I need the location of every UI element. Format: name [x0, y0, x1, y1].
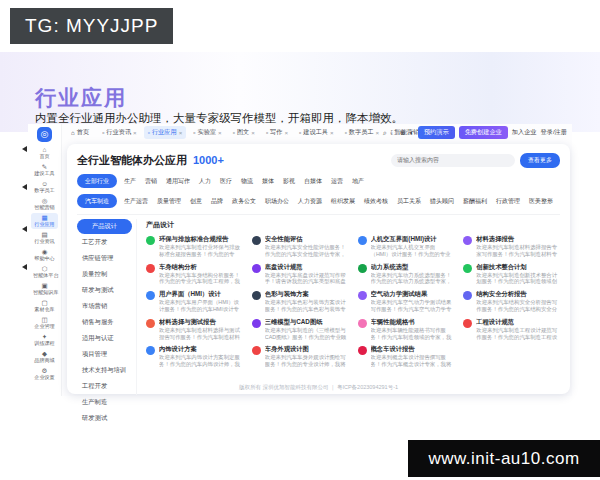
agent-card[interactable]: 材料选择与测试报告 欢迎来到汽车制造材料选择与测试报告写作服务！作为汽车制造材料… — [146, 318, 243, 341]
app-logo-icon[interactable]: ◎ — [37, 127, 52, 142]
browser-tab[interactable]: ▫ 行业资讯 × — [98, 126, 141, 139]
browser-tab[interactable]: ▫ 写作 × — [262, 126, 292, 139]
tab-close-icon[interactable]: × — [330, 129, 334, 136]
sidebar-item-brand[interactable]: ◆ 品牌商城 — [31, 349, 58, 365]
category-filter-pill[interactable]: 创意 — [188, 195, 204, 208]
sidebar-item-agent-platform[interactable]: ⬡ 智能体平台 — [31, 264, 58, 280]
tab-close-icon[interactable]: × — [251, 129, 255, 136]
sidebar-item-assets[interactable]: ▢ 素材仓库 — [31, 298, 58, 314]
category-filter-pill[interactable]: 汽车制造 — [77, 194, 117, 208]
browser-tab[interactable]: ▫ 图文 × — [229, 126, 259, 139]
category-filter-pill[interactable]: 员工关系 — [395, 195, 423, 208]
agent-card-text: 创新技术整合计划 欢迎来到汽车制造创新技术整合计划服务！作为您的汽车制造领域创新… — [476, 263, 560, 286]
inner-sidebar-item[interactable]: 市场营销 — [77, 299, 132, 314]
search-icon[interactable]: ⌕ — [383, 129, 387, 137]
category-filter-pill[interactable]: 生产运营 — [122, 195, 150, 208]
agent-card[interactable]: 车身外观设计图 欢迎来到汽车车身外观设计图绘写服务！作为您的专业设计师，我将帮您… — [252, 345, 349, 368]
industry-filter-pill[interactable]: 地产 — [350, 175, 366, 188]
agent-card[interactable]: 人机交互界面(HMI)设计 欢迎来到汽车人机交互界面（HMI）设计服务！作为您的… — [358, 235, 455, 258]
agent-card[interactable]: 工程设计规范 欢迎来到汽车制造工程设计规范写作服务！作为您的汽车制造工程设计专家… — [463, 318, 560, 341]
industry-filter-pill[interactable]: 全部行业 — [77, 174, 117, 188]
category-filter-pill[interactable]: 品牌 — [209, 195, 225, 208]
category-filter-pill[interactable]: 人力资源 — [296, 195, 324, 208]
category-filter-pill[interactable]: 政务公文 — [230, 195, 258, 208]
inner-sidebar-item[interactable]: 研发与测试 — [77, 283, 132, 298]
browser-tab[interactable]: ⌂ 首页 — [67, 126, 95, 139]
view-more-button[interactable]: 查看更多 — [520, 153, 560, 168]
agent-card[interactable]: 用户界面（HMI）设计 欢迎来到汽车用户界面（HMI）设计服务！作为您的汽车HM… — [146, 290, 243, 313]
inner-sidebar-item[interactable]: 供应链管理 — [77, 251, 132, 266]
industry-filter-pill[interactable]: 物流 — [239, 175, 255, 188]
agent-card[interactable]: 动力系统选型 欢迎来到汽车动力系统选型服务！作为您的汽车动力系统选型专家，我将帮… — [358, 263, 455, 286]
inner-sidebar-item[interactable]: 研发测试 — [77, 411, 132, 426]
category-filter-pill[interactable]: 绩效考核 — [362, 195, 390, 208]
industry-filter-pill[interactable]: 影视 — [281, 175, 297, 188]
sidebar-item-staff[interactable]: ☺ 数字员工 — [31, 179, 58, 195]
agent-card[interactable]: 创新技术整合计划 欢迎来到汽车制造创新技术整合计划服务！作为您的汽车制造领域创新… — [463, 263, 560, 286]
agent-card[interactable]: 车身结构分析 欢迎来到汽车车身结构分析服务！作为您的专业汽车制造工程师，我将为您… — [146, 263, 243, 286]
inner-sidebar-item[interactable]: 销售与服务 — [77, 315, 132, 330]
category-filter-pill[interactable]: 医美整形 — [527, 195, 555, 208]
demo-button[interactable]: 预约演示 — [418, 126, 455, 139]
industry-filter-pill[interactable]: 人力 — [197, 175, 213, 188]
agent-card[interactable]: 材料选择报告 欢迎来到汽车制造材料选择报告专家写作服务！作为汽车制造材料专家，我… — [463, 235, 560, 258]
sidebar-item-industry-news[interactable]: ▤ 行业资讯 — [31, 230, 58, 246]
browser-tab[interactable]: ▫ 数字员工 × — [341, 126, 384, 139]
agent-card[interactable]: 概念车设计报告 欢迎来到概念车设计报告撰写服务！作为汽车概念设计专家，我将带您走… — [358, 345, 455, 368]
category-filter-pill[interactable]: 职场办公 — [263, 195, 291, 208]
agent-card-text: 内饰设计方案 欢迎来到汽车内饰设计方案制定服务！作为您的汽车内饰设计师，我将为您… — [159, 345, 243, 368]
inner-sidebar-item[interactable]: 工艺开发 — [77, 235, 132, 250]
globe-icon[interactable]: ⊕ — [400, 129, 406, 137]
tab-close-icon[interactable]: × — [376, 129, 380, 136]
industry-filter-pill[interactable]: 自媒体 — [302, 175, 324, 188]
agent-card[interactable]: 空气动力学测试结果 欢迎来到汽车空气动力学测试结果写作服务！作为汽车空气动力学专… — [358, 290, 455, 313]
create-enterprise-button[interactable]: 免费创建企业 — [459, 126, 508, 139]
industry-filter-pill[interactable]: 营销 — [143, 175, 159, 188]
inner-sidebar-item[interactable]: 适用与认证 — [77, 331, 132, 346]
agent-card[interactable]: 安全性能评估 欢迎来到汽车安全性能评估服务！作为您的汽车安全性能评估专家，将为您… — [252, 235, 349, 258]
inner-sidebar-item[interactable]: 产品设计 — [77, 219, 132, 234]
category-filter-pill[interactable]: 组织发展 — [329, 195, 357, 208]
agent-card[interactable]: 结构安全分析报告 欢迎来到汽车结构安全分析报告写作服务！作为您的汽车结构安全分析… — [463, 290, 560, 313]
agent-card[interactable]: 车辆性能规格书 欢迎来到车辆性能规格书写作服务！作为汽车制造领域的专家，我将帮助… — [358, 318, 455, 341]
category-filter-pill[interactable]: 行政管理 — [494, 195, 522, 208]
browser-tab[interactable]: ▫ 实验室 × — [189, 126, 225, 139]
industry-filter-pill[interactable]: 生产 — [122, 175, 138, 188]
sidebar-item-tools[interactable]: ✎ 建设工具 — [31, 162, 58, 178]
sidebar-item-marketing[interactable]: ◎ 智能营销 — [31, 196, 58, 212]
category-filter-pill[interactable]: 猎头顾问 — [428, 195, 456, 208]
tab-close-icon[interactable]: × — [133, 129, 137, 136]
agent-card[interactable]: 底盘设计规范 欢迎来到汽车底盘设计规范写作帮手！请告诉我您的汽车类型和底盘设计的… — [252, 263, 349, 286]
agent-card[interactable]: 三维模型与CAD图纸 欢迎来到汽车制造的《三维模型与CAD图纸》服务！作为您的专… — [252, 318, 349, 341]
inner-sidebar-item[interactable]: 质量控制 — [77, 267, 132, 282]
search-input[interactable] — [391, 154, 515, 167]
sidebar-item-industry-apps[interactable]: ▦ 行业应用 — [31, 213, 58, 229]
sidebar-item-settings[interactable]: ⚙ 企业设置 — [31, 366, 58, 382]
industry-filter-pill[interactable]: 医疗 — [218, 175, 234, 188]
fullscreen-icon[interactable]: ⛶ — [391, 129, 396, 137]
browser-tab[interactable]: ▫ 行业应用 × — [144, 126, 187, 139]
category-filter-pill[interactable]: 薪酬福利 — [461, 195, 489, 208]
theme-icon[interactable]: ◐ — [410, 129, 414, 136]
join-enterprise-link[interactable]: 加入企业 — [512, 128, 537, 137]
sidebar-item-home[interactable]: ⌂ 首页 — [31, 145, 58, 161]
category-filter-pill[interactable]: 质量管理 — [155, 195, 183, 208]
inner-sidebar-item[interactable]: 技术支持与培训 — [77, 363, 132, 378]
tab-close-icon[interactable]: × — [284, 129, 288, 136]
tab-close-icon[interactable]: × — [218, 129, 222, 136]
sidebar-item-training[interactable]: ✦ 训练课程 — [31, 332, 58, 348]
browser-tab[interactable]: ▫ 建设工具 × — [295, 126, 338, 139]
sidebar-item-help[interactable]: ◉ 帮助中心 — [31, 247, 58, 263]
login-link[interactable]: 登录/注册 — [541, 128, 567, 137]
sidebar-item-enterprise[interactable]: ◫ 企业管理 — [31, 315, 58, 331]
tab-close-icon[interactable]: × — [179, 129, 183, 136]
industry-filter-pill[interactable]: 通用写作 — [164, 175, 192, 188]
agent-card[interactable]: 色彩与装饰方案 欢迎来到汽车色彩与装饰方案设计服务！作为您的汽车色彩与装饰专家，… — [252, 290, 349, 313]
sidebar-item-knowledge[interactable]: ▣ 智能知识库 — [31, 281, 58, 297]
industry-filter-pill[interactable]: 运营 — [329, 175, 345, 188]
inner-sidebar-item[interactable]: 生产制造 — [77, 395, 132, 410]
agent-card[interactable]: 环保与排放标准合规报告 欢迎来到汽车制造行业环保与排放标准合规报告服务！作为您的… — [146, 235, 243, 258]
industry-filter-pill[interactable]: 媒体 — [260, 175, 276, 188]
agent-card[interactable]: 内饰设计方案 欢迎来到汽车内饰设计方案制定服务！作为您的汽车内饰设计师，我将为您… — [146, 345, 243, 368]
inner-sidebar-item[interactable]: 项目管理 — [77, 347, 132, 362]
